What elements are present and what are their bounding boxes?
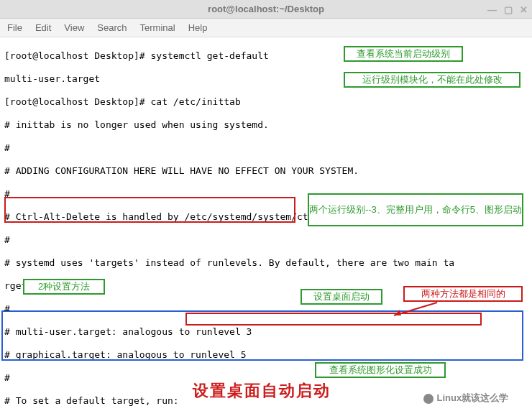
terminal-line: [root@localhost Desktop]# cat /etc/initt… <box>4 96 528 108</box>
menu-search[interactable]: Search <box>97 22 127 33</box>
watermark-text: Linux就该这么学 <box>436 392 508 403</box>
wechat-icon <box>423 394 434 404</box>
watermark: Linux就该这么学 <box>413 381 508 406</box>
menu-terminal[interactable]: Terminal <box>140 22 175 33</box>
minimize-icon[interactable]: — <box>487 4 497 15</box>
terminal-line: # <box>4 142 528 154</box>
annotation-runlevel-module: 运行级别模块化，不能在此处修改 <box>344 72 520 88</box>
annotation-current-runlevel: 查看系统当前启动级别 <box>344 46 463 62</box>
terminal-output[interactable]: [root@localhost Desktop]# systemctl get-… <box>0 37 532 406</box>
maximize-icon[interactable]: ▢ <box>504 4 513 15</box>
annotation-both-same: 两种方法都是相同的 <box>403 286 523 302</box>
window-title: root@localhost:~/Desktop <box>208 4 324 14</box>
menu-view[interactable]: View <box>64 22 84 33</box>
menubar: File Edit View Search Terminal Help <box>0 19 532 37</box>
terminal-line: # systemd uses 'targets' instead of runl… <box>4 257 528 269</box>
terminal-line: # inittab is no longer used when using s… <box>4 119 528 131</box>
menu-help[interactable]: Help <box>188 22 208 33</box>
annotation-set-desktop: 设置桌面启动 <box>301 289 382 305</box>
annotation-graphical-success: 查看系统图形化设置成功 <box>315 362 446 378</box>
annotation-two-methods: 2种设置方法 <box>23 279 105 295</box>
highlight-set-default-block <box>1 310 523 361</box>
menu-file[interactable]: File <box>7 22 22 33</box>
terminal-line: # ADDING CONFIGURATION HERE WILL HAVE NO… <box>4 165 528 177</box>
caption-text: 设置桌面自动启动 <box>193 385 331 397</box>
menu-edit[interactable]: Edit <box>35 22 51 33</box>
window-titlebar: root@localhost:~/Desktop — ▢ ✕ <box>0 0 532 19</box>
highlight-target-lines <box>4 197 295 223</box>
annotation-two-runlevels: 两个运行级别--3、完整用户用，命令行5、图形启动 <box>308 193 523 226</box>
terminal-line: # <box>4 234 528 246</box>
close-icon[interactable]: ✕ <box>520 4 528 15</box>
